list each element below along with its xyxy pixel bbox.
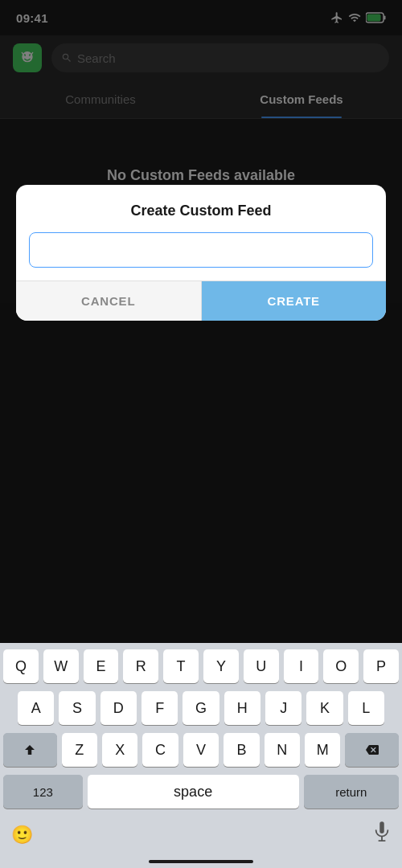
- return-key[interactable]: return: [304, 775, 399, 809]
- key-t[interactable]: T: [163, 649, 199, 683]
- delete-key[interactable]: [345, 733, 399, 767]
- key-q[interactable]: Q: [3, 649, 39, 683]
- dialog-title: Create Custom Feed: [16, 185, 386, 232]
- key-b[interactable]: B: [224, 733, 259, 767]
- svg-rect-6: [379, 821, 384, 833]
- key-u[interactable]: U: [244, 649, 279, 683]
- emoji-icon[interactable]: 🙂: [11, 825, 33, 845]
- key-a[interactable]: A: [18, 691, 54, 725]
- key-g[interactable]: G: [183, 691, 219, 725]
- key-w[interactable]: W: [43, 649, 79, 683]
- mic-icon[interactable]: [373, 821, 391, 849]
- cancel-button[interactable]: CANCEL: [16, 281, 202, 321]
- keyboard-row-2: A S D F G H J K L: [3, 691, 399, 725]
- key-h[interactable]: H: [224, 691, 260, 725]
- key-i[interactable]: I: [284, 649, 319, 683]
- key-r[interactable]: R: [123, 649, 158, 683]
- key-s[interactable]: S: [59, 691, 95, 725]
- key-v[interactable]: V: [183, 733, 219, 767]
- shift-icon: [23, 743, 37, 757]
- key-z[interactable]: Z: [62, 733, 97, 767]
- key-k[interactable]: K: [306, 691, 343, 725]
- shift-key[interactable]: [3, 733, 57, 767]
- key-n[interactable]: N: [265, 733, 300, 767]
- key-m[interactable]: M: [305, 733, 340, 767]
- key-f[interactable]: F: [142, 691, 178, 725]
- keyboard-row-4: 123 space return: [3, 775, 399, 809]
- numeric-key[interactable]: 123: [3, 775, 83, 809]
- key-e[interactable]: E: [84, 649, 119, 683]
- key-p[interactable]: P: [363, 649, 399, 683]
- key-y[interactable]: Y: [203, 649, 239, 683]
- dialog-input-wrapper: [16, 232, 386, 280]
- key-c[interactable]: C: [142, 733, 178, 767]
- key-o[interactable]: O: [323, 649, 359, 683]
- key-d[interactable]: D: [100, 691, 137, 725]
- create-button[interactable]: CREATE: [202, 281, 387, 321]
- key-l[interactable]: L: [348, 691, 384, 725]
- feed-name-input[interactable]: [29, 232, 373, 268]
- backspace-icon: [364, 743, 380, 756]
- dialog-actions: CANCEL CREATE: [16, 280, 386, 321]
- keyboard-row-1: Q W E R T Y U I O P: [3, 649, 399, 683]
- create-feed-dialog: Create Custom Feed CANCEL CREATE: [16, 185, 386, 321]
- home-indicator: [149, 860, 253, 863]
- key-j[interactable]: J: [265, 691, 302, 725]
- keyboard-row-3: Z X C V B N M: [3, 733, 399, 767]
- space-key[interactable]: space: [88, 775, 299, 809]
- keyboard-bottom-row: 🙂: [3, 817, 399, 865]
- keyboard: Q W E R T Y U I O P A S D F G H J K L Z …: [0, 643, 402, 868]
- key-x[interactable]: X: [102, 733, 137, 767]
